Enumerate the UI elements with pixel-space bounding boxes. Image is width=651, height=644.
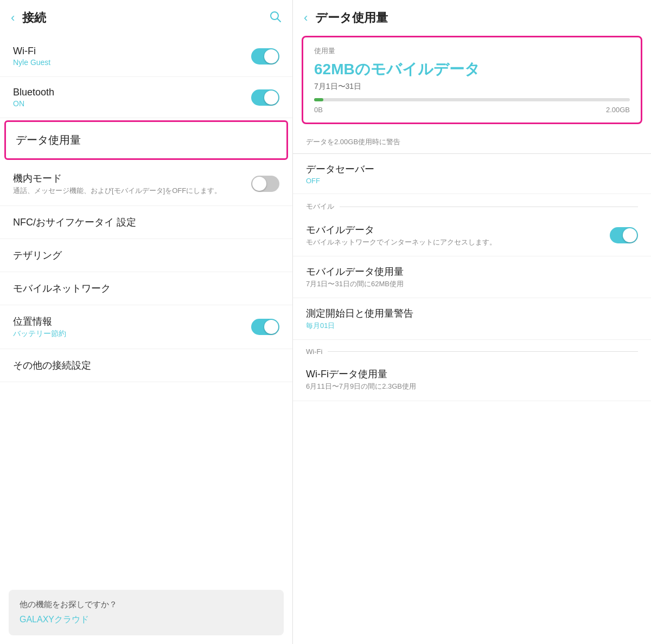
data-saver-title: データセーバー — [306, 163, 638, 176]
right-title: データ使用量 — [315, 10, 640, 26]
other-connections-item[interactable]: その他の接続設定 — [0, 349, 292, 382]
measurement-item[interactable]: 測定開始日と使用量警告 毎月01日 — [293, 298, 651, 340]
mobile-data-item[interactable]: モバイルデータ モバイルネットワークでインターネットにアクセスします。 — [293, 215, 651, 256]
card-amount: 62MBのモバイルデータ — [314, 59, 630, 80]
location-sub: バッテリー節約 — [13, 329, 251, 339]
wifi-title: Wi-Fi — [13, 46, 251, 57]
data-usage-card: 使用量 62MBのモバイルデータ 7月1日〜31日 0B 2.00GB — [302, 36, 642, 124]
data-usage-title: データ使用量 — [16, 133, 277, 147]
tethering-item[interactable]: テザリング — [0, 239, 292, 272]
wifi-data-usage-title: Wi-Fiデータ使用量 — [306, 368, 638, 381]
bluetooth-toggle-knob — [264, 91, 278, 105]
card-label: 使用量 — [314, 46, 630, 56]
suggestion-title: 他の機能をお探しですか？ — [20, 600, 273, 610]
wifi-toggle[interactable] — [251, 48, 279, 65]
wifi-section-label: Wi-Fi — [293, 340, 651, 359]
mobile-network-item[interactable]: モバイルネットワーク — [0, 272, 292, 305]
wifi-item[interactable]: Wi-Fi Nyle Guest — [0, 36, 292, 77]
progress-bar-fill — [314, 98, 323, 101]
mobile-data-toggle[interactable] — [610, 227, 638, 243]
progress-labels: 0B 2.00GB — [314, 106, 630, 114]
right-back-button[interactable]: ‹ — [304, 11, 308, 25]
other-connections-title: その他の接続設定 — [13, 359, 279, 372]
bluetooth-item[interactable]: Bluetooth ON — [0, 77, 292, 118]
suggestion-link[interactable]: GALAXYクラウド — [20, 614, 273, 626]
bluetooth-title: Bluetooth — [13, 87, 251, 98]
airplane-toggle-knob — [252, 177, 266, 191]
location-toggle[interactable] — [251, 319, 279, 335]
wifi-data-usage-item[interactable]: Wi-Fiデータ使用量 6月11日〜7月9日の間に2.3GB使用 — [293, 359, 651, 401]
mobile-data-desc: モバイルネットワークでインターネットにアクセスします。 — [306, 237, 610, 247]
left-title: 接続 — [22, 10, 269, 26]
mobile-data-toggle-knob — [623, 228, 637, 242]
bluetooth-toggle[interactable] — [251, 89, 279, 106]
left-back-button[interactable]: ‹ — [11, 11, 15, 25]
mobile-section-label: モバイル — [293, 194, 651, 215]
wifi-data-usage-desc: 6月11日〜7月9日の間に2.3GB使用 — [306, 382, 638, 391]
card-period: 7月1日〜31日 — [314, 82, 630, 92]
right-header: ‹ データ使用量 — [293, 0, 651, 36]
warning-text: データを2.00GB使用時に警告 — [293, 131, 651, 153]
wifi-sub: Nyle Guest — [13, 58, 251, 67]
mobile-data-usage-title: モバイルデータ使用量 — [306, 265, 638, 278]
data-saver-item[interactable]: データセーバー OFF — [293, 154, 651, 194]
progress-bar — [314, 98, 630, 101]
location-item[interactable]: 位置情報 バッテリー節約 — [0, 305, 292, 349]
svg-line-1 — [278, 19, 281, 22]
airplane-item[interactable]: 機内モード 通話、メッセージ機能、および[モバイルデータ]をOFFにします。 — [0, 162, 292, 206]
left-panel: ‹ 接続 Wi-Fi Nyle Guest Bluetooth ON データ使用… — [0, 0, 293, 644]
bluetooth-sub: ON — [13, 99, 251, 108]
data-usage-item[interactable]: データ使用量 — [4, 120, 288, 160]
wifi-toggle-knob — [264, 49, 278, 63]
location-title: 位置情報 — [13, 315, 251, 328]
right-panel: ‹ データ使用量 使用量 62MBのモバイルデータ 7月1日〜31日 0B 2.… — [293, 0, 651, 644]
mobile-data-usage-item[interactable]: モバイルデータ使用量 7月1日〜31日の間に62MB使用 — [293, 256, 651, 298]
progress-end: 2.00GB — [606, 106, 630, 114]
airplane-toggle[interactable] — [251, 176, 279, 192]
measurement-sub: 毎月01日 — [306, 321, 638, 331]
progress-start: 0B — [314, 106, 323, 114]
data-saver-sub: OFF — [306, 177, 638, 185]
mobile-data-usage-desc: 7月1日〜31日の間に62MB使用 — [306, 279, 638, 289]
mobile-data-title: モバイルデータ — [306, 223, 610, 236]
tethering-title: テザリング — [13, 249, 279, 262]
airplane-title: 機内モード — [13, 172, 251, 185]
search-icon[interactable] — [269, 10, 282, 26]
measurement-title: 測定開始日と使用量警告 — [306, 307, 638, 320]
nfc-title: NFC/おサイフケータイ 設定 — [13, 216, 279, 229]
left-header: ‹ 接続 — [0, 0, 292, 36]
airplane-desc: 通話、メッセージ機能、および[モバイルデータ]をOFFにします。 — [13, 186, 251, 196]
nfc-item[interactable]: NFC/おサイフケータイ 設定 — [0, 206, 292, 239]
suggestion-box: 他の機能をお探しですか？ GALAXYクラウド — [9, 590, 284, 635]
location-toggle-knob — [264, 320, 278, 334]
mobile-network-title: モバイルネットワーク — [13, 282, 279, 295]
